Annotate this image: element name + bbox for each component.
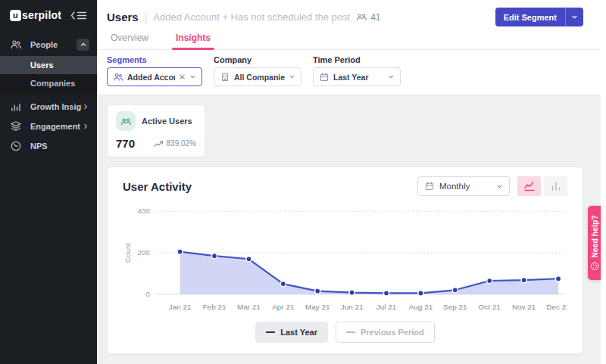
- bar-chart-toggle-button[interactable]: [544, 176, 567, 196]
- company-label: Company: [214, 55, 301, 64]
- legend-last-year-button[interactable]: Last Year: [255, 322, 328, 343]
- sidebar-item-label: NPS: [30, 142, 89, 151]
- sidebar-item-label: Growth Insights: [30, 102, 82, 111]
- svg-text:Count: Count: [123, 243, 132, 263]
- sidebar-item-label: People: [30, 40, 77, 49]
- svg-text:0: 0: [145, 290, 150, 298]
- clear-segment-icon[interactable]: [179, 73, 186, 80]
- solid-line-swatch: [266, 331, 275, 333]
- sidebar-item-engagement-layer[interactable]: Engagement Layer: [0, 117, 97, 136]
- svg-text:400: 400: [137, 207, 150, 215]
- content-area: Active Users 770 839.02% User Activity: [97, 95, 606, 364]
- sidebar-item-growth-insights[interactable]: Growth Insights: [0, 97, 97, 117]
- sidebar-item-users[interactable]: Users: [0, 56, 97, 74]
- legend-label: Last Year: [280, 328, 317, 337]
- main-area: Users | Added Account + Has not schedule…: [97, 0, 606, 364]
- need-help-tab[interactable]: Need help?: [588, 206, 601, 280]
- svg-text:Jul 21: Jul 21: [376, 303, 397, 311]
- smiley-icon: [590, 262, 599, 271]
- dashed-line-swatch: [346, 331, 355, 333]
- segments-filter: Segments Added Account + H: [107, 55, 202, 86]
- segments-value: Added Account + H: [127, 73, 175, 82]
- sidebar-nav: People Users Companies: [0, 35, 97, 156]
- time-period-filter: Time Period Last Year: [313, 55, 401, 86]
- people-submenu: Users Companies: [0, 56, 97, 92]
- user-count-value: 41: [370, 12, 380, 23]
- chevron-up-icon: [80, 41, 87, 48]
- chevron-right-icon: [82, 103, 89, 110]
- svg-text:Feb 21: Feb 21: [203, 303, 226, 311]
- company-value: All Companies: [234, 73, 285, 82]
- group-icon: [356, 11, 367, 23]
- chart-title: User Activity: [123, 180, 192, 193]
- sidebar-item-people[interactable]: People: [0, 35, 97, 54]
- metric-trend: 839.02%: [154, 139, 196, 148]
- tabs: Overview Insights: [97, 30, 606, 50]
- filter-bar: Segments Added Account + H: [97, 50, 606, 95]
- segments-select[interactable]: Added Account + H: [107, 67, 202, 86]
- page-header: Users | Added Account + Has not schedule…: [97, 0, 606, 30]
- svg-text:Aug 21: Aug 21: [409, 303, 433, 311]
- edit-segment-dropdown[interactable]: [565, 8, 583, 26]
- sidebar-item-companies[interactable]: Companies: [0, 74, 97, 92]
- chart-legend: Last Year Previous Period: [123, 322, 567, 346]
- chart-type-toggle: [517, 176, 567, 196]
- people-icon: [10, 39, 22, 51]
- userpilot-logo: userpilot: [10, 9, 61, 21]
- interval-select[interactable]: Monthly: [417, 176, 510, 196]
- legend-previous-period-button[interactable]: Previous Period: [336, 322, 435, 343]
- line-chart-icon: [523, 181, 536, 191]
- active-users-card: Active Users 770 839.02%: [107, 104, 205, 157]
- svg-text:Jan 21: Jan 21: [169, 303, 192, 311]
- user-activity-chart: 0200400CountJan 21Feb 21Mar 21Apr 21May …: [123, 201, 567, 322]
- metric-label: Active Users: [142, 117, 192, 126]
- sidebar-item-label: Companies: [30, 79, 75, 88]
- svg-text:Nov 21: Nov 21: [512, 303, 536, 311]
- collapse-sidebar-icon: [70, 11, 88, 20]
- svg-text:200: 200: [137, 248, 150, 257]
- collapse-people-button[interactable]: [77, 39, 89, 51]
- building-icon: [220, 72, 230, 82]
- segment-user-count: 41: [356, 11, 380, 23]
- group-icon: [116, 111, 136, 131]
- svg-text:Apr 21: Apr 21: [272, 303, 295, 311]
- chevron-down-icon: [388, 73, 395, 80]
- edit-segment-button[interactable]: Edit Segment: [495, 8, 583, 26]
- sidebar-collapse-button[interactable]: [70, 11, 88, 20]
- chevron-down-icon: [189, 73, 196, 80]
- layers-icon: [10, 120, 22, 132]
- svg-text:Oct 21: Oct 21: [479, 303, 501, 311]
- tab-insights[interactable]: Insights: [172, 30, 214, 49]
- bar-chart-icon: [10, 101, 22, 113]
- scrollbar-track[interactable]: [601, 0, 606, 364]
- sidebar: userpilot People: [0, 0, 97, 364]
- user-activity-card: User Activity Monthly: [107, 166, 583, 354]
- need-help-label: Need help?: [590, 215, 599, 258]
- page-title: Users: [107, 11, 139, 23]
- title-separator: |: [145, 11, 148, 23]
- chevron-down-icon: [289, 73, 295, 80]
- chevron-right-icon: [82, 123, 89, 130]
- logo-u-badge: u: [10, 10, 21, 21]
- time-period-value: Last Year: [333, 73, 384, 82]
- sidebar-item-label: Engagement Layer: [30, 122, 82, 131]
- metric-value: 770: [116, 137, 135, 150]
- time-period-select[interactable]: Last Year: [313, 67, 401, 86]
- tab-overview[interactable]: Overview: [107, 30, 152, 49]
- calendar-icon: [424, 181, 435, 191]
- sidebar-logo-row: userpilot: [0, 0, 97, 29]
- chevron-down-icon: [571, 14, 578, 20]
- sidebar-item-label: Users: [30, 61, 54, 70]
- trend-up-icon: [154, 140, 164, 148]
- app-window: userpilot People: [0, 0, 606, 364]
- svg-text:Mar 21: Mar 21: [237, 303, 261, 311]
- svg-text:May 21: May 21: [305, 303, 330, 311]
- chart-header: User Activity Monthly: [123, 176, 567, 196]
- legend-label: Previous Period: [361, 328, 424, 337]
- sidebar-item-nps[interactable]: NPS: [0, 136, 97, 156]
- edit-segment-label[interactable]: Edit Segment: [495, 8, 565, 26]
- line-chart-toggle-button[interactable]: [517, 176, 541, 196]
- svg-text:Jun 21: Jun 21: [341, 303, 364, 311]
- svg-text:Sep 21: Sep 21: [443, 303, 467, 311]
- company-select[interactable]: All Companies: [214, 67, 301, 86]
